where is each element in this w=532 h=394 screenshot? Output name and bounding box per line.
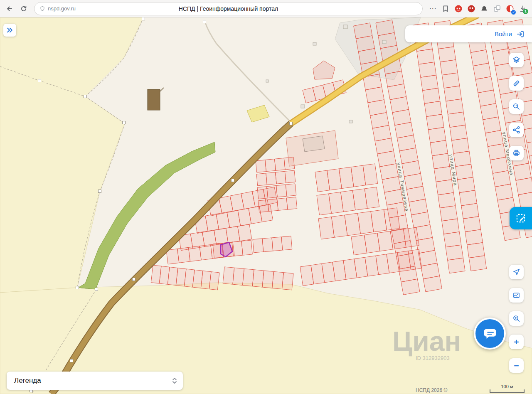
parcel bbox=[282, 273, 293, 290]
parcel bbox=[424, 101, 442, 117]
zoom-out-button[interactable]: − bbox=[509, 358, 524, 373]
parcel bbox=[257, 187, 268, 199]
map-canvas[interactable]: Циан ID 312932903 улица Тимирязева улица… bbox=[0, 17, 532, 394]
parcel bbox=[428, 127, 446, 143]
print-button[interactable] bbox=[509, 146, 524, 160]
zoom-in-button[interactable]: + bbox=[509, 335, 524, 349]
layers-icon bbox=[512, 56, 520, 64]
more-icon[interactable]: ⋯ bbox=[427, 3, 438, 15]
map-container: Циан ID 312932903 улица Тимирязева улица… bbox=[0, 17, 532, 394]
parcel bbox=[469, 256, 486, 271]
extension-icon-4[interactable] bbox=[491, 3, 503, 15]
login-panel[interactable]: Войти bbox=[405, 25, 532, 42]
parcel bbox=[450, 125, 467, 140]
parcel bbox=[444, 86, 461, 101]
chat-button[interactable] bbox=[474, 318, 506, 350]
parcel bbox=[272, 237, 283, 251]
measure-button[interactable] bbox=[509, 76, 524, 91]
parcel bbox=[267, 186, 278, 198]
parcel bbox=[442, 219, 459, 234]
parcel bbox=[444, 232, 461, 247]
parcel bbox=[233, 268, 244, 285]
building bbox=[266, 80, 268, 82]
parcel bbox=[365, 187, 379, 209]
download-badge: 1 bbox=[523, 9, 528, 14]
object-search-button[interactable] bbox=[509, 99, 524, 114]
parcel bbox=[363, 164, 377, 185]
parcel bbox=[209, 272, 219, 290]
parcel bbox=[241, 240, 252, 255]
building bbox=[343, 25, 347, 29]
vertex-marker bbox=[99, 190, 101, 193]
image-icon bbox=[512, 291, 520, 299]
parcel bbox=[438, 192, 456, 208]
parcel bbox=[513, 163, 532, 180]
map-attribution: НСПД 2026 © bbox=[416, 387, 447, 393]
site-info[interactable]: nspd.gov.ru bbox=[39, 5, 76, 12]
vertex-marker bbox=[232, 179, 234, 182]
share-icon bbox=[512, 126, 520, 134]
parcel bbox=[286, 197, 297, 209]
watermark-id: ID 312932903 bbox=[416, 355, 450, 361]
screenshot-button[interactable] bbox=[509, 288, 524, 303]
parcel bbox=[465, 229, 483, 245]
vertex-marker bbox=[142, 17, 145, 20]
locate-button[interactable] bbox=[509, 265, 524, 279]
parcel bbox=[452, 138, 469, 153]
building bbox=[303, 136, 325, 152]
browser-window: nspd.gov.ru НСПД | Геоинформационный пор… bbox=[0, 0, 532, 394]
draw-tool-button-active[interactable] bbox=[510, 207, 532, 229]
parcel bbox=[461, 203, 479, 219]
parcel bbox=[440, 60, 458, 75]
login-icon bbox=[516, 30, 525, 38]
parcel bbox=[516, 177, 532, 195]
parcel bbox=[258, 200, 269, 212]
parcel bbox=[272, 271, 284, 289]
chat-bubble-icon bbox=[483, 326, 498, 341]
extension-icon-5[interactable]: ✓ bbox=[504, 3, 516, 15]
parcel bbox=[238, 224, 252, 241]
vertex-marker bbox=[290, 122, 293, 125]
parcel bbox=[232, 241, 243, 256]
download-icon[interactable]: 1 bbox=[517, 3, 529, 15]
legend-bar[interactable]: Легенда bbox=[7, 372, 183, 390]
sidebar-expand-button[interactable] bbox=[3, 24, 16, 37]
layers-button[interactable] bbox=[509, 53, 524, 67]
shield-icon bbox=[39, 6, 45, 12]
parcel bbox=[188, 246, 201, 261]
building bbox=[301, 105, 305, 108]
parcel bbox=[266, 172, 277, 185]
address-bar[interactable]: nspd.gov.ru НСПД | Геоинформационный пор… bbox=[34, 2, 423, 15]
bookmark-icon[interactable] bbox=[440, 3, 451, 15]
browser-toolbar: nspd.gov.ru НСПД | Геоинформационный пор… bbox=[0, 0, 532, 17]
back-icon[interactable] bbox=[3, 2, 16, 15]
parcel bbox=[459, 190, 477, 206]
extension-icon-1[interactable] bbox=[453, 3, 464, 15]
parcel bbox=[467, 243, 485, 258]
parcel bbox=[423, 88, 440, 103]
reload-icon[interactable] bbox=[17, 2, 30, 15]
area-search-icon bbox=[512, 315, 520, 323]
parcel bbox=[243, 269, 254, 286]
parcel bbox=[453, 151, 471, 167]
parcel bbox=[252, 270, 264, 287]
unfold-icon[interactable] bbox=[171, 377, 178, 385]
parcel bbox=[177, 247, 190, 263]
extension-icon-2[interactable] bbox=[466, 3, 477, 15]
double-chevron-right-icon bbox=[6, 26, 14, 34]
parcel bbox=[285, 170, 296, 183]
parcel bbox=[430, 140, 448, 156]
parcel bbox=[423, 276, 442, 292]
building-brown bbox=[148, 89, 160, 110]
vertex-marker bbox=[95, 288, 98, 291]
scale-line bbox=[490, 389, 525, 393]
share-button[interactable] bbox=[509, 123, 524, 137]
extension-icon-3[interactable] bbox=[478, 3, 490, 15]
area-search-button[interactable] bbox=[509, 311, 524, 326]
url-text: nspd.gov.ru bbox=[48, 5, 76, 12]
parcel bbox=[417, 49, 434, 64]
parcel bbox=[421, 75, 438, 91]
parcel bbox=[434, 167, 451, 182]
legend-label: Легенда bbox=[14, 377, 171, 385]
parcel bbox=[223, 267, 234, 284]
